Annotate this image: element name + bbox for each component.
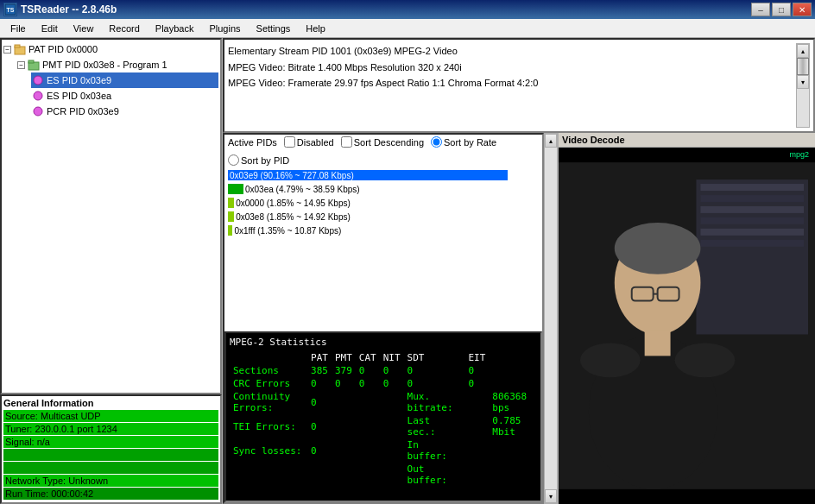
- sort-pid-radio[interactable]: [228, 154, 239, 166]
- menu-plugins[interactable]: Plugins: [202, 22, 247, 35]
- pid-scrollbar[interactable]: ▴ ▾: [544, 133, 558, 504]
- video-content: [559, 148, 815, 504]
- pid-bars: 0x03e9 (90.16% ~ 727.08 Kbps) 0x03ea (4.…: [224, 167, 542, 331]
- pid-bar-row-0: 0x03e9 (90.16% ~ 727.08 Kbps): [228, 169, 539, 181]
- info-tuner: Tuner: 230.0.0.1 port 1234: [3, 423, 218, 435]
- crc-label: CRC Errors: [230, 377, 307, 390]
- crc-sdt: 0: [404, 377, 465, 390]
- stream-info-scrollbar[interactable]: ▴ ▾: [796, 43, 810, 128]
- left-panel: − PAT PID 0x0000 − PMT PID 0x03e8 - Prog…: [0, 38, 223, 504]
- outbuffer-b2: [356, 463, 380, 487]
- tree-label-pcr: PCR PID 0x03e9: [47, 106, 119, 117]
- crc-nit: 0: [380, 377, 404, 390]
- svg-rect-11: [700, 184, 804, 191]
- video-panel: Video Decode mpg2: [558, 133, 815, 504]
- stream-line-3: MPEG Video: Framerate 29.97 fps Aspect R…: [228, 75, 794, 91]
- pid-bar-row-4: 0x1fff (1.35% ~ 10.87 Kbps): [228, 224, 539, 236]
- crc-pmt: 0: [332, 377, 356, 390]
- info-blank1: [3, 449, 218, 461]
- sort-rate-radio[interactable]: [431, 136, 442, 148]
- menu-record[interactable]: Record: [102, 22, 146, 35]
- title-bar-left: TS TSReader -- 2.8.46b: [3, 3, 117, 16]
- maximize-button[interactable]: □: [772, 3, 791, 16]
- sync-label: Sync losses:: [230, 438, 307, 463]
- tei-blank3: [380, 414, 404, 438]
- menu-file[interactable]: File: [3, 22, 33, 35]
- svg-rect-5: [28, 60, 34, 63]
- outbuffer-b1: [332, 463, 356, 487]
- tree-label-es-03e9: ES PID 0x03e9: [47, 75, 111, 85]
- info-network: Network Type: Unknown: [3, 475, 218, 487]
- tree-item-pcr[interactable]: PCR PID 0x03e9: [31, 104, 218, 119]
- col-label: [230, 351, 307, 364]
- crc-extra-lbl: [489, 377, 513, 390]
- pid-bar-label-1: 0x03ea (4.79% ~ 38.59 Kbps): [245, 185, 360, 194]
- stats-header-row: PAT PMT CAT NIT SDT EIT: [230, 351, 537, 364]
- tree-item-pat[interactable]: − PAT PID 0x0000: [3, 41, 218, 57]
- svg-point-7: [34, 91, 42, 100]
- tree-item-es-03ea[interactable]: ES PID 0x03ea: [31, 88, 218, 104]
- tei-blank2: [356, 414, 380, 438]
- close-button[interactable]: ✕: [793, 3, 812, 16]
- sort-rate-radio-group: Sort by Rate: [431, 136, 496, 148]
- video-title: Video Decode: [559, 133, 815, 148]
- tree-view[interactable]: − PAT PID 0x0000 − PMT PID 0x03e8 - Prog…: [0, 38, 222, 394]
- right-panel: Elementary Stream PID 1001 (0x03e9) MPEG…: [223, 38, 815, 504]
- scroll-thumb[interactable]: [797, 58, 809, 75]
- lastsec-blank: [464, 414, 489, 438]
- pid-scroll-up[interactable]: ▴: [545, 134, 557, 148]
- expand-icon-pmt[interactable]: −: [17, 61, 25, 69]
- scroll-up-arrow[interactable]: ▴: [797, 44, 809, 58]
- minimize-button[interactable]: –: [751, 3, 770, 16]
- active-pids-label: Active PIDs: [228, 137, 277, 148]
- pid-scroll-down[interactable]: ▾: [545, 489, 557, 503]
- svg-point-8: [34, 107, 42, 116]
- svg-rect-16: [700, 240, 804, 247]
- menu-playback[interactable]: Playback: [148, 22, 201, 35]
- outbuffer-blank2: [464, 463, 489, 487]
- pid-bar-label-2: 0x0000 (1.85% ~ 14.95 Kbps): [236, 198, 351, 208]
- lastsec-value: 0.785 Mbit: [489, 414, 537, 438]
- scroll-down-arrow[interactable]: ▾: [797, 75, 809, 89]
- window-title: TSReader -- 2.8.46b: [21, 3, 117, 16]
- menu-edit[interactable]: Edit: [35, 22, 65, 35]
- app-icon: TS: [3, 3, 17, 16]
- svg-rect-14: [700, 217, 804, 224]
- pid-bar-fill-3: [228, 211, 234, 222]
- tree-item-pmt[interactable]: − PMT PID 0x03e8 - Program 1: [17, 57, 218, 72]
- menu-view[interactable]: View: [66, 22, 101, 35]
- mpeg-stats-panel: MPEG-2 Statistics PAT PMT CAT NIT SDT EI…: [224, 331, 542, 502]
- sections-cat: 0: [356, 364, 380, 377]
- sort-desc-checkbox-group: Sort Descending: [341, 136, 424, 148]
- stats-sync-row: Sync losses: 0 In buffer:: [230, 438, 537, 463]
- sort-pid-radio-group: Sort by PID: [228, 154, 289, 166]
- svg-rect-3: [15, 45, 20, 47]
- svg-rect-25: [645, 330, 671, 356]
- menu-settings[interactable]: Settings: [250, 22, 298, 35]
- svg-rect-15: [700, 229, 804, 236]
- continuity-label: Continuity Errors:: [230, 390, 307, 414]
- stream-info-panel: Elementary Stream PID 1001 (0x03e9) MPEG…: [223, 38, 815, 133]
- pid-bar-1: 0x03ea (4.79% ~ 38.59 Kbps): [228, 183, 539, 195]
- stats-continuity-row: Continuity Errors: 0 Mux. bitrate: 80636…: [230, 390, 537, 414]
- continuity-blank3: [380, 390, 404, 414]
- sync-blank1: [332, 438, 356, 463]
- col-eit: EIT: [464, 351, 489, 364]
- pcr-icon: [31, 104, 45, 118]
- main-content: − PAT PID 0x0000 − PMT PID 0x03e8 - Prog…: [0, 38, 815, 504]
- general-info-panel: General Information Source: Multicast UD…: [0, 394, 222, 504]
- tree-item-es-03e9[interactable]: ES PID 0x03e9: [31, 72, 218, 88]
- col-pmt: PMT: [332, 351, 356, 364]
- outbuffer-value: [489, 463, 537, 487]
- svg-point-24: [675, 343, 736, 377]
- folder-icon-pmt: [27, 58, 41, 72]
- outbuffer-blank-val: [307, 463, 332, 487]
- pid-controls: Active PIDs Disabled Sort Descending Sor…: [224, 135, 542, 167]
- disabled-checkbox[interactable]: [284, 136, 295, 148]
- col-pat: PAT: [307, 351, 332, 364]
- sort-desc-checkbox[interactable]: [341, 136, 352, 148]
- crc-cat: 0: [356, 377, 380, 390]
- menu-help[interactable]: Help: [299, 22, 332, 35]
- info-source: Source: Multicast UDP: [3, 410, 218, 422]
- expand-icon-pat[interactable]: −: [3, 46, 11, 54]
